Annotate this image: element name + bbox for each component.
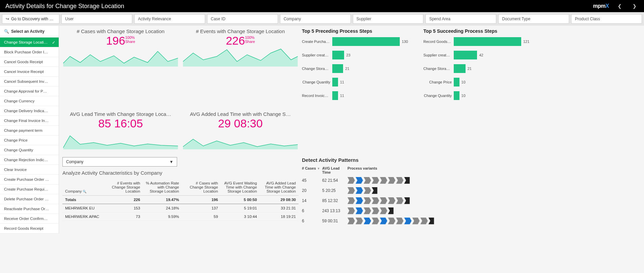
activity-item[interactable]: Clear Invoice [0,165,59,175]
kpi-value: 196 [106,35,125,46]
bar-fill [454,78,459,86]
bar-row[interactable]: Supplier creates…42 [423,51,541,59]
pattern-row[interactable]: 1485 12:32 [302,197,541,204]
patterns-title: Detect Activity Patterns [302,157,541,163]
kpi-title: # Events with Change Storage Location [182,28,299,34]
activity-item[interactable]: Change Approval for P… [0,86,59,96]
pattern-lead: 62 21:54 [322,178,347,183]
table-header[interactable]: AVG Added Lead Time with Change Storage … [260,179,299,196]
filter-user[interactable]: User [61,14,132,24]
sparkline [62,129,179,149]
discovery-button[interactable]: ↪ Go to Discovery with … [2,14,59,24]
pattern-row[interactable]: 4562 21:54 [302,177,541,184]
activity-item[interactable]: Change Currency [0,96,59,106]
table-row[interactable]: MEHRWERK APAC739.59%593 10:4418 19:21 [62,212,299,221]
bar-row[interactable]: Change Price10 [423,78,541,86]
activity-item[interactable]: Cancel Subsequent Inv… [0,77,59,86]
top-succeeding: Top 5 Succeeding Process Steps Record Go… [423,28,541,105]
chevron-icon [364,207,371,214]
filter-product-class[interactable]: Product Class [571,14,642,24]
kpi-sub: 100%Share [125,35,135,44]
bar-label: Change Price [423,80,454,84]
filter-document-type[interactable]: Document Type [498,14,569,24]
bar-value: 130 [402,40,408,44]
chevron-icon [428,218,436,224]
nav-prev-icon[interactable]: ❮ [616,3,624,9]
selector-value: Company [66,159,83,164]
bar-value: 11 [340,94,344,98]
chevron-icon [404,177,412,184]
activity-item[interactable]: Change Storage Locati… [0,38,59,47]
table-header[interactable]: # Events with Change Storage Location [104,179,143,196]
pattern-row[interactable]: 205 20:25 [302,187,541,194]
bar-fill [454,64,466,73]
activity-item[interactable]: Cancel Invoice Receipt [0,67,59,77]
bar-label: Supplier creates… [423,53,454,57]
bar-fill [454,51,477,59]
bar-row[interactable]: Create Purchas…130 [302,37,420,46]
chevron-icon [380,207,387,214]
kpi-events: # Events with Change Storage Location 22… [182,28,299,68]
dimension-selector[interactable]: Company ▼ [62,157,177,167]
top-preceding: Top 5 Preceding Process Steps Create Pur… [302,28,420,105]
chevron-icon [380,218,387,224]
kpi-added-lead: AVG Added Lead Time with with Change S… … [182,111,299,150]
bar-value: 10 [461,80,466,84]
search-icon[interactable]: 🔍 [83,190,86,193]
chevron-icon [388,177,395,184]
activity-item[interactable]: Record Goods Receipt [0,224,59,233]
chevron-icon [356,207,363,214]
activity-item[interactable]: Change Price [0,135,59,145]
pattern-row[interactable]: 6243 13:13 [302,207,541,214]
activity-item[interactable]: Change Delivery Indica… [0,106,59,116]
activity-item[interactable]: Delete Purchase Order … [0,194,59,204]
activity-item[interactable]: Reactivate Purchase Or… [0,204,59,214]
table-header[interactable]: Company 🔍 [62,179,104,196]
filter-case-id[interactable]: Case ID [207,14,278,24]
bar-label: Change Quantity [302,80,332,84]
chevron-icon [356,197,363,204]
activity-item[interactable]: Create Purchase Order … [0,175,59,184]
bar-row[interactable]: Record Goods R…121 [423,37,541,46]
bar-label: Change Storage… [302,67,332,71]
activity-item[interactable]: Change Final Invoice In… [0,116,59,126]
sort-desc-icon[interactable]: ▼ [317,167,320,170]
activity-item[interactable]: Change Rejection Indic… [0,155,59,165]
table-header[interactable]: AVG Event Waiting Time with Change Stora… [221,179,259,196]
search-icon[interactable]: 🔍 [4,29,9,34]
bar-row[interactable]: Record Invoice …11 [302,91,420,100]
kpi-value: 85 16:05 [62,118,179,129]
activity-item[interactable]: Change Quantity [0,145,59,155]
pattern-row[interactable]: 659 00:31 [302,218,541,224]
bar-fill [332,64,343,73]
table-header[interactable]: % Automation Rate with Change Storage Lo… [143,179,181,196]
page-title: Activity Details for Change Storage Loca… [5,3,124,10]
process-variant [347,187,541,194]
activity-item[interactable]: Cancel Goods Receipt [0,57,59,67]
bar-fill [332,51,344,59]
table-header[interactable]: # Cases with Change Storage Location [182,179,221,196]
bar-row[interactable]: Change Storage…21 [423,64,541,73]
sidebar-title: 🔍 Select an Activity [0,26,59,38]
activity-item[interactable]: Create Purchase Requi… [0,184,59,194]
filter-activity-relevance[interactable]: Activity Relevance [134,14,205,24]
activity-item[interactable]: Block Purchase Order I… [0,47,59,57]
bar-row[interactable]: Supplier creates…23 [302,51,420,59]
activity-item[interactable]: Receive Order Confirm… [0,214,59,224]
bar-row[interactable]: Change Storage…21 [302,64,420,73]
table-row[interactable]: MEHRWERK EU15324.18%1375 19:0133 21:31 [62,204,299,212]
filter-company[interactable]: Company [280,14,351,24]
chevron-icon [404,197,412,204]
bar-row[interactable]: Change Quantity11 [302,78,420,86]
chevron-icon [404,218,412,224]
bar-value: 121 [523,40,529,44]
nav-next-icon[interactable]: ❯ [631,3,639,9]
sparkline [182,46,299,67]
bar-row[interactable]: Change Quantity10 [423,91,541,100]
filter-spend-area[interactable]: Spend Area [425,14,496,24]
bar-value: 10 [461,94,466,98]
process-variant [347,207,541,214]
filter-supplier[interactable]: Supplier [353,14,424,24]
activity-item[interactable]: Change payment term [0,126,59,135]
chevron-icon [356,187,363,194]
